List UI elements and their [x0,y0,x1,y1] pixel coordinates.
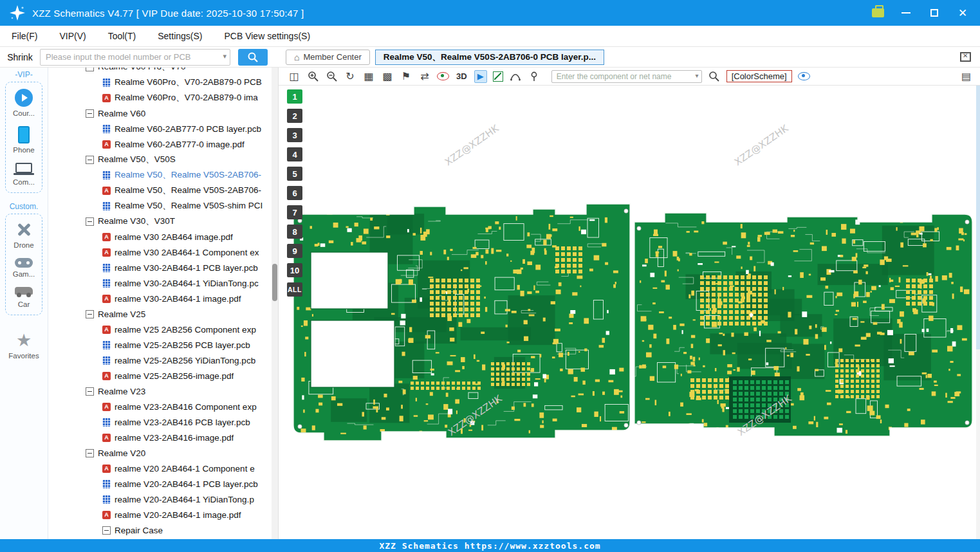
tree-item[interactable]: realme V30-2AB464-1 YiDianTong.pc [48,275,272,291]
tree-item[interactable]: Realme V50、Realme V50S-shim PCI [48,198,272,214]
pcb-canvas-area[interactable]: XZZ@XZZHKXZZ@XZZHKXZZ@XZZHKXZZ@XZZHK 123… [279,86,980,539]
sidebar-item-car[interactable]: Car [15,287,33,308]
layer-button[interactable]: 5 [287,167,302,181]
menu-item[interactable]: Tool(T) [108,31,136,41]
3d-view-button[interactable]: 3D [455,71,468,82]
minimize-button[interactable] [899,6,913,20]
tree-item[interactable]: A realme V30 2AB464 image.pdf [48,229,272,244]
highlight-eye-icon[interactable] [437,72,449,80]
layer-button[interactable]: 7 [287,205,302,219]
document-tab[interactable]: Realme V50、Realme V50S-2AB706-0 PCB laye… [375,50,604,65]
tree-item[interactable]: realme V20-2AB464-1 PCB layer.pcb [48,476,272,492]
tree-item[interactable]: Repair Case [48,522,272,538]
tree-item[interactable]: realme V20-2AB464-1 YiDianTong.p [48,492,272,507]
tree-item[interactable]: Realme V30、V30T [48,214,272,229]
tree-scrollbar-thumb[interactable] [272,264,277,301]
vip-briefcase-icon[interactable] [871,6,885,20]
zoom-in-icon[interactable] [306,71,319,82]
shrink-button[interactable]: Shrink [0,52,40,62]
jump-arrow-icon[interactable]: ▶ [474,70,487,83]
tree-item[interactable]: realme V30-2AB464-1 PCB layer.pcb [48,260,272,275]
tree-item-label: realme V30-2AB464-1 PCB layer.pcb [115,263,258,273]
sidebar-item-computer[interactable]: Com... [13,163,35,186]
star-icon: ★ [16,332,32,349]
tree-item[interactable]: realme V23-2AB416 PCB layer.pcb [48,414,272,430]
layer-button[interactable]: 10 [287,263,302,277]
tree-item-icon: A [102,434,111,442]
board-bottom-view-icon[interactable]: ▩ [381,71,394,82]
maximize-button[interactable] [927,6,941,20]
tree-item[interactable]: A realme V25 2AB256 Component exp [48,322,272,337]
tree-item[interactable]: A realme V30 2AB464-1 Component ex [48,244,272,260]
tree-item-label: realme V20-2AB464-1 PCB layer.pcb [115,479,258,489]
net-search-icon[interactable] [708,71,721,82]
tree-item[interactable]: Realme V60 Pro、V70 [48,68,272,75]
menu-item[interactable]: File(F) [12,31,37,41]
mirror-icon[interactable]: ⇄ [418,71,431,82]
pin-icon[interactable] [528,71,541,82]
chevron-down-icon[interactable]: ▾ [223,52,227,60]
layer-button[interactable]: 6 [287,186,302,200]
tree-item[interactable]: A realme V23-2AB416-image.pdf [48,430,272,445]
layer-button[interactable]: 9 [287,244,302,258]
board-top-view-icon[interactable]: ▦ [362,71,375,82]
collapse-panel-icon[interactable] [960,52,971,62]
sidebar-item-phone[interactable]: Phone [13,126,34,154]
tree-item[interactable]: realme V25-2AB256 PCB layer.pcb [48,337,272,353]
layer-button[interactable]: 1 [287,89,302,104]
tree-item[interactable]: A realme V23-2AB416 Component exp [48,399,272,414]
laptop-icon [15,163,32,173]
tree-item[interactable]: A realme V30-2AB464-1 image.pdf [48,291,272,306]
close-button[interactable]: ✕ [956,6,970,20]
pcb-board-image[interactable]: XZZ@XZZHKXZZ@XZZHKXZZ@XZZHKXZZ@XZZHK [279,86,980,539]
canvas-scrollbar-thumb[interactable] [976,86,980,349]
tree-item[interactable]: realme V25-2AB256 YiDianTong.pcb [48,353,272,368]
tree-item-label: Realme V60Pro、V70-2AB879-0 PCB [115,77,262,88]
layer-button[interactable]: 8 [287,225,302,239]
custom-caption: Custom. [10,202,39,211]
layers-panel-icon[interactable]: ▤ [961,70,971,82]
crop-region-icon[interactable] [493,71,503,82]
sidebar-item-drone[interactable]: Drone [14,221,33,249]
menu-item[interactable]: VIP(V) [59,31,86,41]
chevron-down-icon[interactable]: ▾ [696,72,699,79]
tree-item[interactable]: Realme V20 [48,445,272,461]
layer-button[interactable]: ALL [287,282,302,297]
tree-item[interactable]: A Realme V60Pro、V70-2AB879-0 ima [48,90,272,106]
tree-item[interactable]: A realme V20 2AB464-1 Component e [48,461,272,476]
menu-item[interactable]: PCB View settings(S) [224,31,310,41]
tree-item-label: Realme V60-2AB777-0 PCB layer.pcb [115,124,261,134]
sidebar-item-game[interactable]: Gam... [13,258,35,278]
visibility-eye-icon[interactable] [798,72,810,80]
tree-item[interactable]: Realme V60 [48,106,272,121]
net-search-input[interactable] [551,70,702,83]
tree-item[interactable]: A realme V20-2AB464-1 image.pdf [48,507,272,522]
tree-item[interactable]: A Realme V60-2AB777-0 image.pdf [48,136,272,152]
tree-item[interactable]: Realme V60-2AB777-0 PCB layer.pcb [48,121,272,136]
menu-item[interactable]: Settings(S) [158,31,202,41]
model-search-input[interactable] [40,49,230,66]
tree-item[interactable]: Realme V23 [48,383,272,399]
tree-item[interactable]: A realme V25-2AB256-image.pdf [48,368,272,383]
layer-button[interactable]: 3 [287,128,302,142]
tree-item[interactable]: Realme V50、Realme V50S-2AB706- [48,167,272,183]
net-flag-icon[interactable]: ⚑ [400,71,412,82]
colorscheme-button[interactable]: [ColorScheme] [726,70,792,82]
sidebar-item-course[interactable]: Cour... [13,89,35,117]
sidebar-item-favorites[interactable]: ★ Favorites [8,332,39,360]
zoom-out-icon[interactable] [325,71,338,82]
tree-item[interactable]: Realme V50、V50S [48,152,272,167]
canvas-scrollbar[interactable] [976,86,980,539]
split-view-icon[interactable]: ◫ [288,71,300,82]
tree-item[interactable]: Realme V25 [48,306,272,322]
model-search-button[interactable] [238,49,268,66]
layer-button[interactable]: 4 [287,147,302,161]
model-search-wrap: ▾ [40,49,230,66]
tree-item[interactable]: Realme V60Pro、V70-2AB879-0 PCB [48,75,272,90]
member-center-button[interactable]: ⌂ Member Center [286,50,370,65]
tree-item[interactable]: A Realme V50、Realme V50S-2AB706- [48,183,272,198]
layer-button[interactable]: 2 [287,109,302,123]
curve-measure-icon[interactable] [509,72,522,81]
tree-scrollbar[interactable] [272,68,278,539]
rotate-icon[interactable]: ↻ [344,71,356,82]
